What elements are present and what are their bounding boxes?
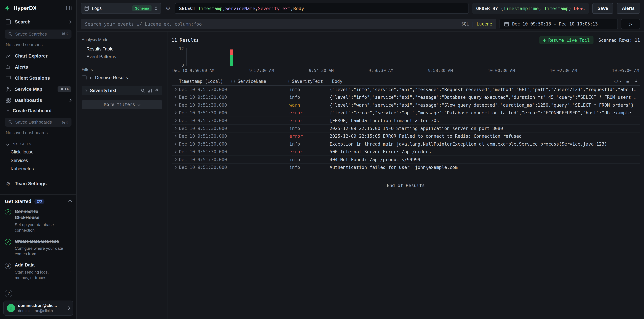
alerts-button[interactable]: Alerts [617,3,640,14]
denoise-checkbox[interactable] [82,75,86,80]
mode-lucene-label[interactable]: Lucene [476,21,492,26]
column-header-timestamp[interactable]: Timestamp (Local) [179,79,230,84]
filter-search-icon[interactable] [141,88,145,93]
save-button[interactable]: Save [592,3,614,14]
get-started-header[interactable]: Get Started 2/3 [5,199,72,204]
table-row[interactable]: Dec 10 9:51:30.000 AM info {"level":"inf… [172,86,640,93]
getstarted-item-desc: Set up your database connection [15,222,63,233]
event-search-box[interactable]: SQL | Lucene [81,19,496,29]
table-row[interactable]: Dec 10 9:51:30.000 AM info {"level":"inf… [172,93,640,101]
analysis-mode-item[interactable]: Event Patterns [82,53,162,61]
preset-item[interactable]: Services [0,156,76,165]
row-expand-icon[interactable] [172,151,179,153]
main-column: Logs Schema ⚙ SELECT Timestamp,ServiceNa… [77,0,644,319]
severity-filter-group[interactable]: SeverityText [82,86,162,95]
column-drag-handle-icon[interactable]: ⋮⋮ [324,79,330,83]
analysis-mode-list: Results TableEvent Patterns [82,45,162,60]
row-expand-icon[interactable] [172,127,179,129]
event-search-input[interactable] [85,21,458,27]
sidebar-item-chart-explorer[interactable]: Chart Explorer [0,50,76,61]
row-expand-icon[interactable] [172,143,179,145]
column-drag-handle-icon[interactable]: ⋮⋮ [284,79,290,83]
presets-list: ClickHouseServicesKubernetes [0,148,76,173]
column-drag-handle-icon[interactable]: ⋮⋮ [230,79,236,83]
filter-pin-icon[interactable] [155,88,159,93]
code-view-icon[interactable]: </> [614,79,621,84]
row-severity: info [284,141,324,147]
row-expand-icon[interactable] [172,120,179,122]
chevron-up-icon [68,20,72,24]
chevron-up-icon [68,98,72,102]
live-tail-label: Resume Live Tail [548,38,590,43]
table-row[interactable]: Dec 10 9:51:30.000 AM warn {"level":"war… [172,101,640,109]
user-menu[interactable]: D dominic.tran@clic... dominic.tran@clic… [3,301,73,316]
column-header-severitytext[interactable]: ⋮⋮ SeverityText [284,79,324,84]
sidebar-item-dashboards[interactable]: Dashboards [0,95,76,106]
content-area: Analysis Mode Results TableEvent Pattern… [77,31,644,319]
sidebar-item-team-settings[interactable]: ⚙ Team Settings [0,178,76,189]
plus-icon: + [6,108,10,114]
filter-chart-icon[interactable] [148,88,152,93]
table-row[interactable]: Dec 10 9:51:30.000 AM info Authenticatio… [172,164,640,171]
sql-query-input[interactable]: SELECT Timestamp,ServiceName,SeverityTex… [175,3,469,14]
row-expand-icon[interactable] [172,158,179,161]
order-by-expression[interactable]: ORDER BY (TimestampTime, Timestamp) DESC [472,3,589,14]
analysis-mode-item[interactable]: Results Table [82,45,162,53]
preset-item[interactable]: ClickHouse [0,148,76,156]
table-body: Dec 10 9:51:30.000 AM info {"level":"inf… [172,86,640,171]
table-row[interactable]: Dec 10 9:51:30.000 AM error 2025-12-09 2… [172,132,640,140]
saved-searches-input[interactable]: Saved Searches ⌘K [5,29,72,38]
source-settings-gear-icon[interactable]: ⚙ [164,5,171,12]
source-select[interactable]: Logs Schema [81,3,161,14]
denoise-results-row[interactable]: ◐ Denoise Results [82,75,162,80]
row-expand-icon[interactable] [172,88,179,90]
chart-plot[interactable] [186,48,639,66]
sidebar-item-alerts[interactable]: Alerts [0,61,76,73]
row-severity: error [284,133,324,139]
getstarted-item-create-data-sources[interactable]: ✓ Create Data Sources Configure where yo… [5,238,72,257]
order-token: , [538,6,544,11]
presets-header[interactable]: PRESETS [0,139,76,148]
download-icon[interactable] [634,79,638,84]
getstarted-item-add-data[interactable]: 3 Add Data Start sending logs, metrics, … [5,262,72,281]
table-row[interactable]: Dec 10 9:51:30.000 AM info 404 Not Found… [172,156,640,164]
getstarted-item-title: Add Data [15,262,61,268]
order-token: Timestamp [544,6,569,11]
resume-live-tail-button[interactable]: Resume Live Tail [539,36,594,44]
saved-dashboards-input[interactable]: Saved Dashboards ⌘K [5,118,72,127]
sidebar-item-search[interactable]: Search [0,16,76,27]
row-expand-icon[interactable] [172,96,179,98]
row-expand-icon[interactable] [172,104,179,106]
column-header-body[interactable]: ⋮⋮ Body </> ≡ [324,79,640,84]
row-body: [ERROR] Lambda function timeout after 30… [324,118,640,123]
column-header-servicename[interactable]: ⋮⋮ ServiceName [230,79,284,84]
database-icon [84,6,89,11]
sidebar-item-client-sessions[interactable]: Client Sessions [0,73,76,84]
table-row[interactable]: Dec 10 9:51:30.000 AM info 2025-12-09 22… [172,125,640,132]
row-expand-icon[interactable] [172,112,179,114]
collapse-sidebar-icon[interactable] [66,6,72,10]
help-button[interactable]: ? [5,290,12,297]
table-row[interactable]: Dec 10 9:51:30.000 AM info Exception in … [172,140,640,148]
table-row[interactable]: Dec 10 9:51:30.000 AM error 500 Internal… [172,148,640,156]
query-token: Timestamp [198,6,223,11]
table-row[interactable]: Dec 10 9:51:30.000 AM error [ERROR] Lamb… [172,117,640,125]
run-query-button[interactable]: ▷ [621,19,640,29]
create-dashboard-button[interactable]: + Create Dashboard [0,106,76,116]
row-expand-icon[interactable] [172,166,179,168]
getstarted-item-connect-clickhouse[interactable]: ✓ Connect to ClickHouse Set up your data… [5,209,72,233]
preset-item[interactable]: Kubernetes [0,165,76,173]
create-dashboard-label: Create Dashboard [13,108,52,113]
table-row[interactable]: Dec 10 9:51:30.000 AM error {"level":"er… [172,109,640,117]
row-severity: error [284,149,324,154]
mode-sql-label[interactable]: SQL [461,21,469,26]
query-language-toggle[interactable]: SQL | Lucene [461,21,492,26]
row-density-icon[interactable]: ≡ [626,79,629,84]
sidebar-item-label: Client Sessions [15,75,50,81]
schema-badge: Schema [132,5,152,11]
sidebar-item-service-map[interactable]: Service Map BETA [0,84,76,95]
time-range-picker[interactable]: Dec 10 09:50:13 - Dec 10 10:05:13 [500,19,618,29]
row-expand-icon[interactable] [172,135,179,137]
more-filters-button[interactable]: More filters [82,100,162,109]
analysis-mode-label: Analysis Mode [82,37,162,42]
